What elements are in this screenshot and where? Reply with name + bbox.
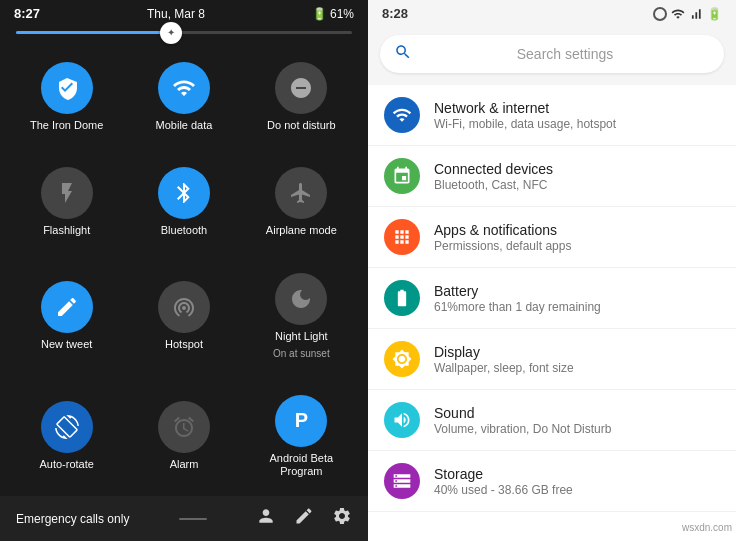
settings-item-display[interactable]: Display Wallpaper, sleep, font size	[368, 329, 736, 390]
tile-label-flashlight: Flashlight	[43, 224, 90, 237]
tile-label-airplane: Airplane mode	[266, 224, 337, 237]
tile-sublabel-night-light: On at sunset	[273, 348, 330, 359]
battery-text: Battery 61%more than 1 day remaining	[434, 283, 720, 314]
tile-icon-night-light	[275, 273, 327, 325]
connected-text: Connected devices Bluetooth, Cast, NFC	[434, 161, 720, 192]
connected-subtitle: Bluetooth, Cast, NFC	[434, 178, 720, 192]
tile-label-dnd: Do not disturb	[267, 119, 335, 132]
wifi-icon	[671, 7, 685, 21]
search-bar[interactable]: Search settings	[380, 35, 724, 73]
tile-label-auto-rotate: Auto-rotate	[39, 458, 93, 471]
bottom-icons	[256, 506, 352, 531]
battery-icon	[384, 280, 420, 316]
sound-icon	[384, 402, 420, 438]
tile-new-tweet[interactable]: New tweet	[8, 255, 125, 377]
tiles-grid: The Iron Dome Mobile data Do not disturb…	[0, 44, 368, 496]
battery-left: 🔋 61%	[312, 7, 354, 21]
tile-label-hotspot: Hotspot	[165, 338, 203, 351]
brightness-track[interactable]	[16, 31, 352, 34]
storage-subtitle: 40% used - 38.66 GB free	[434, 483, 720, 497]
brightness-thumb[interactable]	[160, 22, 182, 44]
sound-subtitle: Volume, vibration, Do Not Disturb	[434, 422, 720, 436]
settings-item-sound[interactable]: Sound Volume, vibration, Do Not Disturb	[368, 390, 736, 451]
tile-hotspot[interactable]: Hotspot	[125, 255, 242, 377]
tile-icon-hotspot	[158, 281, 210, 333]
tile-do-not-disturb[interactable]: Do not disturb	[243, 44, 360, 150]
tile-label-android-beta: Android Beta Program	[249, 452, 354, 478]
settings-item-battery[interactable]: Battery 61%more than 1 day remaining	[368, 268, 736, 329]
tile-icon-dnd	[275, 62, 327, 114]
tile-label-mobile-data: Mobile data	[156, 119, 213, 132]
tile-flashlight[interactable]: Flashlight	[8, 150, 125, 256]
status-bar-right: 8:28 🔋	[368, 0, 736, 27]
status-icons-right: 🔋	[653, 7, 722, 21]
search-icon	[394, 43, 412, 65]
tile-label-new-tweet: New tweet	[41, 338, 92, 351]
tile-alarm[interactable]: Alarm	[125, 377, 242, 496]
battery-subtitle: 61%more than 1 day remaining	[434, 300, 720, 314]
battery-icon: 🔋	[312, 7, 327, 21]
emergency-text: Emergency calls only	[16, 512, 129, 526]
tile-icon-iron-dome	[41, 62, 93, 114]
settings-item-storage[interactable]: Storage 40% used - 38.66 GB free	[368, 451, 736, 512]
display-text: Display Wallpaper, sleep, font size	[434, 344, 720, 375]
tile-night-light[interactable]: Night Light On at sunset	[243, 255, 360, 377]
time-right: 8:28	[382, 6, 408, 21]
brightness-fill	[16, 31, 167, 34]
user-icon[interactable]	[256, 506, 276, 531]
tile-label-night-light: Night Light	[275, 330, 328, 343]
settings-list: Network & internet Wi-Fi, mobile, data u…	[368, 85, 736, 541]
network-subtitle: Wi-Fi, mobile, data usage, hotspot	[434, 117, 720, 131]
bottom-bar: Emergency calls only	[0, 496, 368, 541]
tile-icon-alarm	[158, 401, 210, 453]
battery-title: Battery	[434, 283, 720, 299]
tile-airplane[interactable]: Airplane mode	[243, 150, 360, 256]
settings-panel: 8:28 🔋 Search settings Network & interne…	[368, 0, 736, 541]
tile-icon-auto-rotate	[41, 401, 93, 453]
tile-android-beta[interactable]: P Android Beta Program	[243, 377, 360, 496]
display-subtitle: Wallpaper, sleep, font size	[434, 361, 720, 375]
tile-icon-flashlight	[41, 167, 93, 219]
storage-icon	[384, 463, 420, 499]
edit-icon[interactable]	[294, 506, 314, 531]
connected-title: Connected devices	[434, 161, 720, 177]
time-left: 8:27	[14, 6, 40, 21]
tile-iron-dome[interactable]: The Iron Dome	[8, 44, 125, 150]
settings-item-network[interactable]: Network & internet Wi-Fi, mobile, data u…	[368, 85, 736, 146]
settings-icon[interactable]	[332, 506, 352, 531]
date-left: Thu, Mar 8	[147, 7, 205, 21]
bottom-divider	[179, 518, 207, 520]
network-icon	[384, 97, 420, 133]
storage-text: Storage 40% used - 38.66 GB free	[434, 466, 720, 497]
tile-mobile-data[interactable]: Mobile data	[125, 44, 242, 150]
apps-icon	[384, 219, 420, 255]
settings-item-apps[interactable]: Apps & notifications Permissions, defaul…	[368, 207, 736, 268]
circle-icon	[653, 7, 667, 21]
search-placeholder: Search settings	[420, 46, 710, 62]
apps-title: Apps & notifications	[434, 222, 720, 238]
battery-right-icon: 🔋	[707, 7, 722, 21]
tile-icon-airplane	[275, 167, 327, 219]
display-title: Display	[434, 344, 720, 360]
display-icon	[384, 341, 420, 377]
settings-item-connected[interactable]: Connected devices Bluetooth, Cast, NFC	[368, 146, 736, 207]
apps-text: Apps & notifications Permissions, defaul…	[434, 222, 720, 253]
tile-label-alarm: Alarm	[170, 458, 199, 471]
apps-subtitle: Permissions, default apps	[434, 239, 720, 253]
quick-settings-panel: 8:27 Thu, Mar 8 🔋 61% The Iron Dome Mobi…	[0, 0, 368, 541]
network-text: Network & internet Wi-Fi, mobile, data u…	[434, 100, 720, 131]
connected-icon	[384, 158, 420, 194]
tile-auto-rotate[interactable]: Auto-rotate	[8, 377, 125, 496]
tile-label-iron-dome: The Iron Dome	[30, 119, 103, 132]
brightness-row[interactable]	[0, 27, 368, 44]
tile-label-bluetooth: Bluetooth	[161, 224, 207, 237]
watermark: wsxdn.com	[682, 522, 732, 533]
sound-text: Sound Volume, vibration, Do Not Disturb	[434, 405, 720, 436]
status-bar-left: 8:27 Thu, Mar 8 🔋 61%	[0, 0, 368, 27]
tile-icon-android-beta: P	[275, 395, 327, 447]
signal-icon	[689, 7, 703, 21]
tile-bluetooth[interactable]: Bluetooth	[125, 150, 242, 256]
tile-icon-new-tweet	[41, 281, 93, 333]
storage-title: Storage	[434, 466, 720, 482]
sound-title: Sound	[434, 405, 720, 421]
